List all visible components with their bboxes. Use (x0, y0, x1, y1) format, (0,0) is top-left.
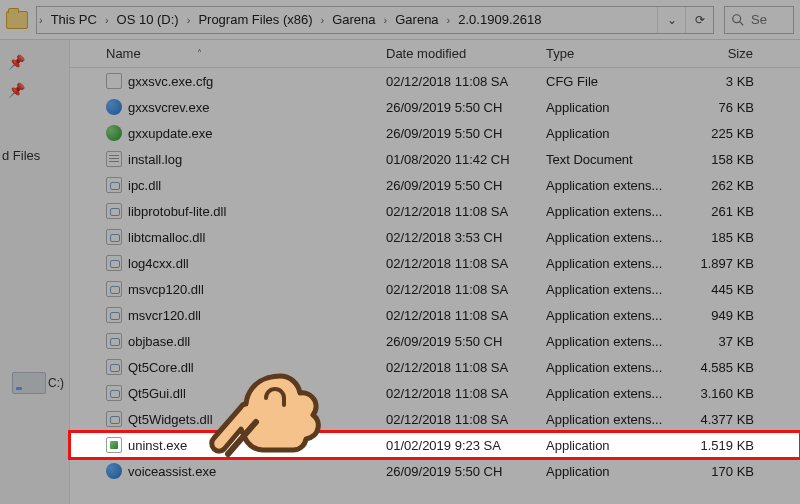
file-date: 26/09/2019 5:50 CH (380, 334, 540, 349)
file-date: 26/09/2019 5:50 CH (380, 100, 540, 115)
search-placeholder: Se (751, 12, 767, 27)
file-row[interactable]: ipc.dll26/09/2019 5:50 CHApplication ext… (70, 172, 800, 198)
file-type: Application extens... (540, 230, 680, 245)
file-date: 02/12/2018 11:08 SA (380, 308, 540, 323)
file-icon (106, 385, 122, 401)
chevron-right-icon: › (103, 14, 111, 26)
file-size: 4.585 KB (680, 360, 760, 375)
file-type: Application extens... (540, 360, 680, 375)
file-row[interactable]: log4cxx.dll02/12/2018 11:08 SAApplicatio… (70, 250, 800, 276)
column-header-date[interactable]: Date modified (380, 40, 540, 67)
file-name: libprotobuf-lite.dll (128, 204, 226, 219)
file-row[interactable]: Qt5Core.dll02/12/2018 11:08 SAApplicatio… (70, 354, 800, 380)
column-header-name[interactable]: Name ˄ (100, 40, 380, 67)
file-icon (106, 437, 122, 453)
sort-asc-icon: ˄ (197, 48, 202, 59)
breadcrumb-item[interactable]: OS 10 (D:) (111, 7, 185, 33)
file-icon (106, 177, 122, 193)
file-pane: Name ˄ Date modified Type Size gxxsvc.ex… (70, 40, 800, 504)
refresh-icon[interactable]: ⟳ (685, 6, 713, 34)
breadcrumb-item[interactable]: 2.0.1909.2618 (452, 7, 547, 33)
file-row-highlighted[interactable]: uninst.exe01/02/2019 9:23 SAApplication1… (70, 432, 800, 458)
file-date: 01/02/2019 9:23 SA (380, 438, 540, 453)
file-size: 445 KB (680, 282, 760, 297)
chevron-down-icon[interactable]: ⌄ (657, 6, 685, 34)
file-icon (106, 99, 122, 115)
chevron-right-icon: › (445, 14, 453, 26)
file-name: Qt5Core.dll (128, 360, 194, 375)
file-row[interactable]: Qt5Widgets.dll02/12/2018 11:08 SAApplica… (70, 406, 800, 432)
file-date: 02/12/2018 11:08 SA (380, 74, 540, 89)
file-icon (106, 281, 122, 297)
file-name: Qt5Widgets.dll (128, 412, 213, 427)
file-name: msvcp120.dll (128, 282, 204, 297)
file-icon (106, 229, 122, 245)
breadcrumb-item[interactable]: This PC (45, 7, 103, 33)
file-date: 02/12/2018 11:08 SA (380, 386, 540, 401)
file-row[interactable]: Qt5Gui.dll02/12/2018 11:08 SAApplication… (70, 380, 800, 406)
file-date: 02/12/2018 11:08 SA (380, 360, 540, 375)
file-row[interactable]: msvcr120.dll02/12/2018 11:08 SAApplicati… (70, 302, 800, 328)
file-size: 170 KB (680, 464, 760, 479)
file-date: 26/09/2019 5:50 CH (380, 464, 540, 479)
file-type: Application (540, 464, 680, 479)
file-date: 02/12/2018 11:08 SA (380, 412, 540, 427)
file-type: Application extens... (540, 308, 680, 323)
file-row[interactable]: gxxsvcrev.exe26/09/2019 5:50 CHApplicati… (70, 94, 800, 120)
file-size: 76 KB (680, 100, 760, 115)
file-row[interactable]: msvcp120.dll02/12/2018 11:08 SAApplicati… (70, 276, 800, 302)
file-type: Application extens... (540, 386, 680, 401)
file-row[interactable]: gxxupdate.exe26/09/2019 5:50 CHApplicati… (70, 120, 800, 146)
file-name: gxxsvc.exe.cfg (128, 74, 213, 89)
breadcrumb-item[interactable]: Garena (389, 7, 444, 33)
sidebar-item-label[interactable]: d Files (2, 148, 40, 163)
column-header-row: Name ˄ Date modified Type Size (70, 40, 800, 68)
column-header-size[interactable]: Size (680, 40, 760, 67)
file-date: 26/09/2019 5:50 CH (380, 178, 540, 193)
file-size: 158 KB (680, 152, 760, 167)
file-icon (106, 73, 122, 89)
file-icon (106, 411, 122, 427)
file-size: 262 KB (680, 178, 760, 193)
file-size: 1.519 KB (680, 438, 760, 453)
file-name: libtcmalloc.dll (128, 230, 205, 245)
file-name: gxxupdate.exe (128, 126, 213, 141)
file-type: CFG File (540, 74, 680, 89)
file-name: uninst.exe (128, 438, 187, 453)
file-date: 02/12/2018 11:08 SA (380, 282, 540, 297)
file-type: Application (540, 438, 680, 453)
drive-icon[interactable] (12, 372, 46, 394)
drive-label: C:) (48, 376, 64, 390)
file-type: Application (540, 100, 680, 115)
file-name: msvcr120.dll (128, 308, 201, 323)
file-name: Qt5Gui.dll (128, 386, 186, 401)
address-bar[interactable]: › This PC › OS 10 (D:) › Program Files (… (36, 6, 714, 34)
file-type: Application extens... (540, 256, 680, 271)
search-icon (731, 13, 745, 27)
file-date: 02/12/2018 11:08 SA (380, 204, 540, 219)
pin-icon: 📌 (8, 82, 25, 98)
chevron-right-icon: › (319, 14, 327, 26)
file-icon (106, 359, 122, 375)
file-type: Application extens... (540, 412, 680, 427)
file-row[interactable]: voiceassist.exe26/09/2019 5:50 CHApplica… (70, 458, 800, 484)
search-input[interactable]: Se (724, 6, 794, 34)
breadcrumb-item[interactable]: Program Files (x86) (192, 7, 318, 33)
file-date: 26/09/2019 5:50 CH (380, 126, 540, 141)
file-icon (106, 333, 122, 349)
file-type: Application extens... (540, 204, 680, 219)
file-row[interactable]: objbase.dll26/09/2019 5:50 CHApplication… (70, 328, 800, 354)
file-row[interactable]: libprotobuf-lite.dll02/12/2018 11:08 SAA… (70, 198, 800, 224)
file-icon (106, 463, 122, 479)
file-list: gxxsvc.exe.cfg02/12/2018 11:08 SACFG Fil… (70, 68, 800, 484)
file-row[interactable]: libtcmalloc.dll02/12/2018 3:53 CHApplica… (70, 224, 800, 250)
file-size: 3.160 KB (680, 386, 760, 401)
column-header-type[interactable]: Type (540, 40, 680, 67)
file-size: 225 KB (680, 126, 760, 141)
file-row[interactable]: gxxsvc.exe.cfg02/12/2018 11:08 SACFG Fil… (70, 68, 800, 94)
file-type: Text Document (540, 152, 680, 167)
file-row[interactable]: install.log01/08/2020 11:42 CHText Docum… (70, 146, 800, 172)
column-label: Name (106, 46, 141, 61)
breadcrumb-item[interactable]: Garena (326, 7, 381, 33)
file-name: install.log (128, 152, 182, 167)
